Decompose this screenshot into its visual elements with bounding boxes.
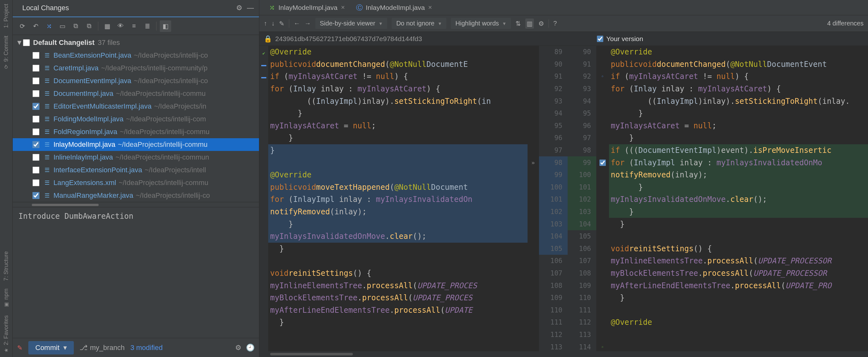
amend-icon[interactable]: ✎ bbox=[17, 344, 23, 352]
file-checkbox[interactable] bbox=[32, 90, 39, 97]
rail-npm[interactable]: ▣npm bbox=[2, 285, 11, 311]
file-row[interactable]: ☰ CaretImpl.java ~/IdeaProjects/intellij… bbox=[13, 62, 259, 75]
minimize-icon[interactable]: — bbox=[247, 4, 254, 12]
horizontal-scrollbar[interactable] bbox=[13, 202, 259, 207]
vcs-toolbar: ⟳ ↶ ⤮ ▭ ⧉ ⧉ ▦ 👁 ≡ ≣ ◧ bbox=[13, 17, 259, 35]
tab-inlay-1[interactable]: ⤮ InlayModelImpl.java ✕ bbox=[264, 1, 350, 14]
file-checkbox[interactable] bbox=[32, 52, 39, 59]
file-row[interactable]: ☰ InlayModelImpl.java ~/IdeaProjects/int… bbox=[13, 138, 259, 151]
file-checkbox[interactable] bbox=[32, 167, 39, 174]
settings-icon[interactable]: ⚙ bbox=[538, 20, 544, 27]
nav-back-icon[interactable]: ← bbox=[294, 20, 300, 27]
tab-inlay-2[interactable]: Ⓒ InlayModelImpl.java ✕ bbox=[351, 1, 437, 14]
prev-diff-icon[interactable]: ↑ bbox=[264, 20, 267, 27]
show-icon[interactable]: 👁 bbox=[115, 20, 126, 32]
changes-tree[interactable]: ▼ Default Changelist 37 files ☰ BeanExte… bbox=[13, 35, 259, 202]
highlight-select[interactable]: Highlight words▼ bbox=[451, 18, 511, 29]
file-checkbox[interactable] bbox=[32, 154, 39, 161]
close-icon[interactable]: ✕ bbox=[428, 4, 432, 10]
rail-project[interactable]: 1: Project bbox=[2, 0, 11, 32]
apply-checkboxes: ◦◦ bbox=[596, 46, 609, 357]
changelist-checkbox[interactable] bbox=[23, 39, 30, 46]
preview-diff-icon[interactable]: ◧ bbox=[160, 20, 171, 32]
file-checkbox[interactable] bbox=[32, 141, 39, 148]
rail-favorites[interactable]: ★2: Favorites bbox=[2, 311, 11, 357]
viewer-mode-select[interactable]: Side-by-side viewer▼ bbox=[315, 18, 387, 29]
your-version-checkbox[interactable] bbox=[597, 36, 603, 42]
star-icon: ★ bbox=[3, 348, 9, 353]
file-row[interactable]: ☰ LangExtensions.xml ~/IdeaProjects/inte… bbox=[13, 176, 259, 189]
ignore-whitespace-select[interactable]: Do not ignore▼ bbox=[392, 18, 446, 29]
file-row[interactable]: ☰ ManualRangeMarker.java ~/IdeaProjects/… bbox=[13, 189, 259, 202]
apply-right-icon[interactable]: » bbox=[531, 159, 535, 166]
tab-label: InlayModelImpl.java bbox=[278, 4, 338, 11]
file-checkbox[interactable] bbox=[32, 65, 39, 72]
file-name: InlineInlayImpl.java bbox=[54, 153, 113, 161]
file-row[interactable]: ☰ InterfaceExtensionPoint.java ~/IdeaPro… bbox=[13, 164, 259, 176]
right-code-pane[interactable]: @Override public void documentChanged(@N… bbox=[609, 46, 868, 357]
view-options-icon[interactable]: ▦ bbox=[101, 20, 113, 32]
gear-icon[interactable]: ⚙ bbox=[235, 344, 242, 352]
chevron-down-icon: ▼ bbox=[437, 21, 442, 26]
file-path: ~/IdeaProjects/intellij-community/p bbox=[101, 64, 208, 72]
your-version-label: Your version bbox=[607, 35, 643, 43]
file-row[interactable]: ☰ FoldRegionImpl.java ~/IdeaProjects/int… bbox=[13, 125, 259, 138]
shelve-icon[interactable]: ⧉ bbox=[70, 20, 82, 32]
changelist-row[interactable]: ▼ Default Changelist 37 files bbox=[13, 36, 259, 49]
left-code-pane[interactable]: @Override public void documentChanged(@N… bbox=[268, 46, 528, 357]
file-name: CaretImpl.java bbox=[54, 64, 99, 72]
file-checkbox[interactable] bbox=[32, 116, 39, 123]
java-file-icon: ☰ bbox=[43, 141, 52, 148]
file-name: LangExtensions.xml bbox=[54, 179, 116, 187]
add-marker-icon: ◦ bbox=[601, 345, 603, 350]
file-checkbox[interactable] bbox=[32, 192, 39, 199]
commit-button[interactable]: Commit ▾ bbox=[28, 341, 74, 354]
changelist-icon[interactable]: ▭ bbox=[57, 20, 68, 32]
file-row[interactable]: ☰ DocumentImpl.java ~/IdeaProjects/intel… bbox=[13, 87, 259, 100]
expand-icon[interactable]: ≡ bbox=[128, 20, 140, 32]
file-checkbox[interactable] bbox=[32, 128, 39, 135]
rail-structure[interactable]: 7: Structure bbox=[2, 247, 11, 285]
merge-chevrons: » bbox=[528, 46, 539, 357]
history-icon[interactable]: 🕘 bbox=[246, 344, 254, 352]
help-icon[interactable]: ? bbox=[553, 20, 557, 27]
file-row[interactable]: ☰ InlineInlayImpl.java ~/IdeaProjects/in… bbox=[13, 151, 259, 164]
file-path: ~/IdeaProjects/intellij-commu bbox=[116, 89, 206, 98]
tool-window-rail: 1: Project ⟳9: Commit 7: Structure ▣npm … bbox=[0, 0, 13, 357]
collapse-icon[interactable]: ≣ bbox=[142, 20, 153, 32]
file-row[interactable]: ☰ FoldingModelImpl.java ~/IdeaProjects/i… bbox=[13, 113, 259, 125]
commit-message-input[interactable]: Introduce DumbAwareAction bbox=[13, 207, 259, 338]
group-icon[interactable]: ⧉ bbox=[83, 20, 95, 32]
commit-icon: ⟳ bbox=[3, 65, 9, 69]
diff-header: 🔒 243961db4756272171eb067437d7e9784d144f… bbox=[259, 32, 868, 46]
rail-commit[interactable]: ⟳9: Commit bbox=[2, 32, 11, 73]
file-path: ~/IdeaProjects/intellij-commu bbox=[119, 179, 209, 187]
diff-viewer: ⤮ InlayModelImpl.java ✕ Ⓒ InlayModelImpl… bbox=[259, 0, 868, 357]
lock-icon: 🔒 bbox=[264, 35, 272, 43]
file-checkbox[interactable] bbox=[32, 103, 39, 110]
chevron-down-icon[interactable]: ▼ bbox=[16, 38, 23, 47]
commit-footer: ✎ Commit ▾ ⎇ my_branch 3 modified ⚙ 🕘 bbox=[13, 338, 259, 357]
gear-icon[interactable]: ⚙ bbox=[236, 4, 243, 12]
horizontal-scrollbar[interactable] bbox=[268, 351, 868, 357]
file-checkbox[interactable] bbox=[32, 179, 39, 186]
collapse-unchanged-icon[interactable]: ⇅ bbox=[516, 20, 521, 27]
rollback-icon[interactable]: ↶ bbox=[30, 20, 41, 32]
file-row[interactable]: ☰ EditorEventMulticasterImpl.java ~/Idea… bbox=[13, 100, 259, 113]
file-checkbox[interactable] bbox=[32, 78, 39, 84]
branch-label[interactable]: ⎇ my_branch bbox=[80, 344, 125, 352]
file-row[interactable]: ☰ BeanExtensionPoint.java ~/IdeaProjects… bbox=[13, 49, 259, 62]
next-diff-icon[interactable]: ↓ bbox=[271, 20, 275, 27]
sync-scroll-icon[interactable]: ▥ bbox=[525, 19, 534, 29]
edit-icon[interactable]: ✎ bbox=[279, 20, 284, 27]
chevron-down-icon[interactable]: ▾ bbox=[63, 344, 67, 352]
close-icon[interactable]: ✕ bbox=[341, 4, 345, 10]
refresh-icon[interactable]: ⟳ bbox=[17, 20, 28, 32]
hunk-checkbox[interactable] bbox=[599, 159, 606, 166]
diff-icon[interactable]: ⤮ bbox=[43, 20, 55, 32]
modified-count[interactable]: 3 modified bbox=[130, 344, 163, 352]
file-row[interactable]: ☰ DocumentEventImpl.java ~/IdeaProjects/… bbox=[13, 75, 259, 87]
line-number-gutter: 8990919293949596979899100101102103104105… bbox=[539, 46, 596, 357]
local-changes-panel: Local Changes ⚙ — ⟳ ↶ ⤮ ▭ ⧉ ⧉ ▦ 👁 ≡ ≣ ◧ … bbox=[13, 0, 259, 357]
nav-fwd-icon[interactable]: → bbox=[305, 20, 311, 27]
